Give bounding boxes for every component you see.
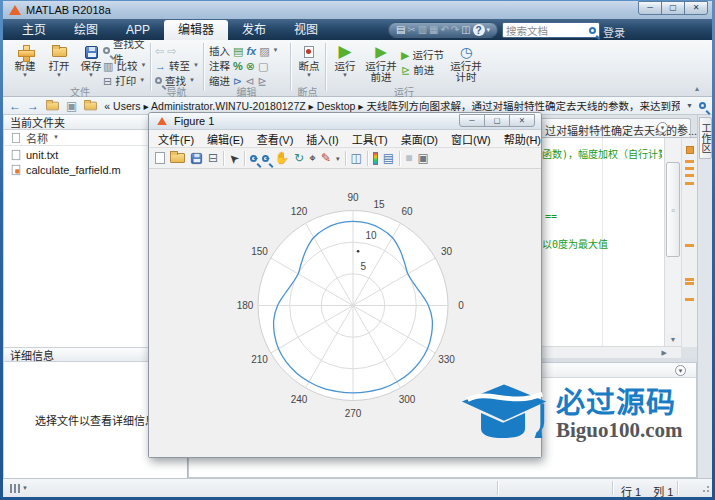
breadcrumb[interactable]: « Users ▸ Administrator.WIN7U-20180127Z … (104, 98, 680, 113)
hide-plot-tools-icon[interactable]: ■ (405, 152, 412, 165)
brush-icon[interactable]: ✎ (321, 152, 331, 165)
insert-legend-icon[interactable]: ▤ (383, 152, 394, 165)
address-search-icon[interactable] (699, 102, 706, 109)
scrollbar-down-arrow[interactable]: ▼ (666, 333, 680, 346)
search-input[interactable]: 搜索文档 (502, 22, 600, 38)
undo-icon[interactable]: ↶ (440, 23, 448, 37)
figure-menu-item-7[interactable]: 窗口(W) (451, 131, 491, 147)
minimize-button[interactable]: ─ (638, 1, 662, 15)
link-plot-icon[interactable]: ◫ (351, 152, 362, 165)
up-folder-icon[interactable] (46, 101, 59, 110)
back-nav-icon[interactable]: ← (9, 99, 21, 113)
warning-marker[interactable] (685, 244, 694, 247)
navigate-back-forward[interactable]: ⇦⇨ (155, 44, 199, 57)
run-button[interactable]: ▶ 运行▼ (329, 43, 361, 79)
tab-close-icon[interactable]: ✕ (677, 122, 685, 132)
warning-marker[interactable] (685, 160, 694, 163)
redo-icon[interactable]: ↷ (451, 23, 459, 37)
goto-button[interactable]: →转至▼ (155, 59, 199, 72)
toolstrip-tab-4[interactable]: 编辑器 (164, 20, 228, 40)
data-cursor-icon[interactable]: ⌖ (309, 152, 316, 165)
comment-row[interactable]: 注释%⊗▢ (209, 59, 287, 72)
breadcrumb-dropdown-icon[interactable]: ▼ (686, 102, 693, 109)
help-icon[interactable]: ? (473, 24, 485, 36)
find-files-button[interactable]: 查找文件 (103, 44, 149, 57)
status-details-toggle[interactable]: ▼ (10, 483, 30, 494)
browse-folder-icon[interactable]: ▣ (66, 100, 77, 112)
zoom-in-icon[interactable]: + (250, 155, 257, 162)
compare-button[interactable]: ▥比较▼ (103, 59, 149, 72)
resize-grip[interactable] (700, 485, 709, 494)
run-and-advance-button[interactable]: ▶ 运行并 前进 (363, 43, 399, 83)
figure-dock-arrow-icon[interactable]: ⌄ (527, 131, 535, 141)
copy-icon[interactable]: ▥ (418, 23, 427, 37)
figure-menu-item-3[interactable]: 查看(V) (257, 131, 294, 147)
figure-menu-item-4[interactable]: 插入(I) (306, 131, 338, 147)
save-figure-icon[interactable] (191, 152, 202, 163)
advance-button[interactable]: ⊵前进 (401, 63, 447, 76)
warning-marker[interactable] (685, 174, 694, 177)
figure-menu-item-1[interactable]: 文件(F) (158, 131, 194, 147)
cut-icon[interactable]: ✂ (407, 23, 415, 37)
pan-hand-icon[interactable]: ✋ (274, 152, 289, 165)
forward-nav-icon[interactable]: → (27, 99, 39, 113)
brush-caret-icon[interactable]: ▾ (336, 152, 340, 165)
signin-link[interactable]: 登录 (603, 24, 625, 40)
angle-tick-label: 330 (438, 354, 455, 365)
tab-menu-icon[interactable]: ▼ (657, 122, 668, 133)
warning-marker[interactable] (685, 278, 694, 281)
print-figure-icon[interactable]: ⊟ (208, 152, 218, 165)
toolstrip-tab-1[interactable]: 主页 (8, 20, 60, 40)
window-controls: ─ ▢ ✕ (639, 1, 708, 15)
run-section-button[interactable]: ▶运行节 (401, 48, 447, 61)
zoom-out-icon[interactable]: − (262, 155, 269, 162)
insert-colorbar-icon[interactable] (373, 152, 378, 165)
toolstrip-tab-2[interactable]: 绘图 (60, 20, 112, 40)
show-plot-tools-icon[interactable]: ▣ (417, 152, 428, 165)
edit-plot-cursor-icon[interactable]: ➤ (226, 150, 242, 166)
angle-tick-label: 30 (441, 246, 453, 257)
file-name: calculate_farfield.m (26, 164, 121, 176)
figure-menu-item-2[interactable]: 编辑(E) (207, 131, 244, 147)
warning-marker[interactable] (685, 182, 694, 185)
breakpoints-icon (304, 46, 314, 58)
paste-icon[interactable]: ▦ (429, 23, 438, 37)
toolstrip-tab-6[interactable]: 视图 (280, 20, 332, 40)
search-icon[interactable] (589, 27, 596, 34)
figure-menu-item-8[interactable]: 帮助(H) (504, 131, 541, 147)
new-button[interactable]: 新建▼ (9, 43, 41, 79)
warning-marker[interactable] (685, 282, 694, 285)
figure-menu-item-5[interactable]: 工具(T) (352, 131, 388, 147)
textfile-icon (12, 149, 21, 159)
run-icon: ▶ (338, 46, 351, 58)
rotate-3d-icon[interactable]: ↻ (294, 152, 304, 165)
close-button[interactable]: ✕ (684, 1, 708, 15)
panel-menu-icon[interactable]: ▼ (675, 365, 686, 376)
maximize-button[interactable]: ▢ (661, 1, 685, 15)
save-icon[interactable]: ▤ (396, 23, 405, 37)
qat-dropdown-icon[interactable]: ▾ (486, 23, 490, 37)
warning-marker[interactable] (685, 167, 694, 170)
figure-menu-item-6[interactable]: 桌面(D) (401, 131, 438, 147)
scrollbar-right-arrow[interactable]: ▶ (662, 349, 667, 357)
insert-row[interactable]: 插入▤fx▨▼ (209, 44, 287, 57)
editor-vertical-scrollbar[interactable]: ≡ ▼ (664, 138, 681, 347)
figure-minimize-button[interactable]: ─ (459, 114, 485, 127)
breakpoints-button[interactable]: 断点▼ (293, 43, 325, 79)
figure-maximize-button[interactable]: ▢ (484, 114, 510, 127)
switch-window-icon[interactable]: ◫ (461, 23, 470, 37)
window-title: MATLAB R2018a (26, 4, 111, 16)
data-point-marker (357, 250, 360, 253)
figure-close-button[interactable]: ✕ (509, 114, 535, 127)
workspace-tab[interactable]: 工作区 (699, 117, 712, 159)
message-indicator[interactable] (686, 146, 694, 154)
new-figure-icon[interactable] (155, 152, 165, 164)
run-and-time-button[interactable]: ◷ 运行并 计时 (449, 43, 483, 83)
advance-icon: ⊵ (401, 64, 410, 76)
scrollbar-thumb[interactable]: ≡ (666, 162, 680, 257)
warning-marker[interactable] (685, 298, 694, 301)
open-file-icon[interactable] (170, 153, 185, 163)
toolstrip-tab-5[interactable]: 发布 (228, 20, 280, 40)
collapse-ribbon-button[interactable]: ▴ (695, 84, 699, 93)
open-button[interactable]: 打开▼ (43, 43, 75, 79)
